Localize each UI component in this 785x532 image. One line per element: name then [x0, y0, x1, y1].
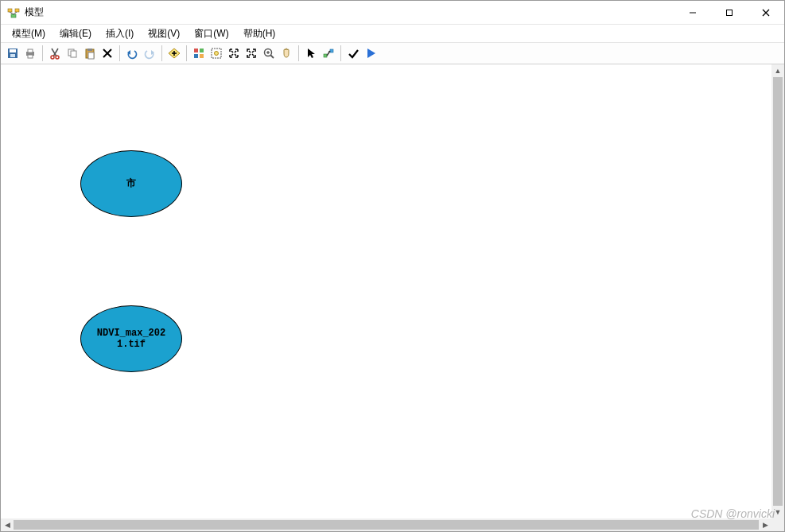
svg-rect-0: [8, 9, 12, 12]
scroll-track[interactable]: [14, 518, 759, 531]
redo-button[interactable]: [141, 45, 158, 62]
svg-rect-33: [194, 54, 198, 58]
svg-line-38: [271, 56, 274, 59]
svg-rect-14: [28, 55, 33, 58]
canvas-area: 市 NDVI_max_2021.tif ▲ ▼ ◀ ▶ CSDN @ronvic…: [1, 64, 784, 531]
undo-button[interactable]: [123, 45, 141, 62]
svg-rect-43: [330, 49, 333, 52]
toolbar-separator: [340, 45, 341, 61]
svg-rect-13: [28, 49, 33, 52]
horizontal-scrollbar[interactable]: ◀ ▶: [1, 518, 771, 531]
scroll-down-button[interactable]: ▼: [771, 506, 784, 518]
model-node[interactable]: 市: [80, 150, 182, 217]
delete-button[interactable]: [99, 45, 116, 62]
svg-rect-31: [194, 49, 198, 52]
toolbar-separator: [298, 45, 299, 61]
maximize-button[interactable]: [711, 1, 748, 25]
scroll-corner: [771, 518, 784, 531]
svg-point-18: [56, 56, 59, 59]
toolbar-separator: [161, 45, 162, 61]
svg-rect-42: [324, 54, 327, 57]
svg-point-17: [51, 56, 54, 59]
svg-rect-23: [88, 52, 94, 59]
menu-help[interactable]: 帮助(H): [237, 25, 282, 42]
svg-rect-11: [10, 54, 15, 57]
svg-rect-34: [200, 54, 204, 58]
cut-button[interactable]: [46, 45, 64, 62]
menu-insert[interactable]: 插入(I): [99, 25, 140, 42]
zoom-in-tool-button[interactable]: [260, 45, 278, 62]
run-button[interactable]: [362, 45, 379, 62]
svg-rect-6: [727, 10, 733, 15]
scroll-thumb[interactable]: [14, 520, 759, 530]
add-data-button[interactable]: [165, 45, 183, 62]
menu-edit[interactable]: 编辑(E): [53, 25, 98, 42]
svg-rect-20: [71, 51, 76, 57]
toolbar-separator: [42, 45, 43, 61]
full-extent-button[interactable]: [208, 45, 225, 62]
save-button[interactable]: [4, 45, 21, 62]
svg-rect-32: [200, 49, 204, 52]
svg-rect-22: [87, 49, 92, 51]
menubar: 模型(M) 编辑(E) 插入(I) 视图(V) 窗口(W) 帮助(H): [1, 25, 784, 42]
model-node[interactable]: NDVI_max_2021.tif: [80, 305, 182, 372]
model-canvas[interactable]: 市 NDVI_max_2021.tif: [1, 64, 771, 518]
scroll-thumb[interactable]: [773, 77, 783, 506]
toolbar-separator: [119, 45, 120, 61]
print-button[interactable]: [21, 45, 39, 62]
auto-layout-button[interactable]: [190, 45, 208, 62]
window-title: 模型: [25, 6, 44, 19]
node-label: NDVI_max_2021.tif: [91, 328, 171, 351]
minimize-button[interactable]: [674, 1, 711, 25]
close-button[interactable]: [748, 1, 784, 25]
app-window: 模型 模型(M) 编辑(E) 插入(I) 视图(V) 窗口(W) 帮助(H): [0, 0, 785, 532]
svg-line-3: [10, 12, 14, 14]
pan-tool-button[interactable]: [278, 45, 295, 62]
connect-tool-button[interactable]: [320, 45, 337, 62]
scroll-track[interactable]: [771, 77, 784, 506]
menu-model[interactable]: 模型(M): [6, 25, 52, 42]
menu-view[interactable]: 视图(V): [142, 25, 186, 42]
svg-marker-46: [367, 49, 375, 58]
menu-window[interactable]: 窗口(W): [188, 25, 235, 42]
svg-rect-10: [10, 49, 16, 52]
svg-line-4: [14, 12, 17, 14]
scroll-right-button[interactable]: ▶: [759, 518, 771, 531]
scroll-up-button[interactable]: ▲: [771, 64, 784, 77]
svg-rect-2: [11, 14, 16, 17]
validate-button[interactable]: [344, 45, 362, 62]
fixed-zoom-in-button[interactable]: [225, 45, 243, 62]
node-label: 市: [126, 178, 136, 189]
fixed-zoom-out-button[interactable]: [243, 45, 260, 62]
app-icon: [7, 6, 20, 19]
select-tool-button[interactable]: [302, 45, 320, 62]
svg-marker-41: [308, 49, 315, 58]
scroll-left-button[interactable]: ◀: [1, 518, 14, 531]
toolbar-separator: [186, 45, 187, 61]
paste-button[interactable]: [81, 45, 99, 62]
copy-button[interactable]: [64, 45, 81, 62]
vertical-scrollbar[interactable]: ▲ ▼: [771, 64, 784, 518]
svg-point-36: [215, 52, 219, 56]
titlebar: 模型: [1, 1, 784, 25]
toolbar: [1, 42, 784, 64]
svg-rect-1: [15, 9, 19, 12]
